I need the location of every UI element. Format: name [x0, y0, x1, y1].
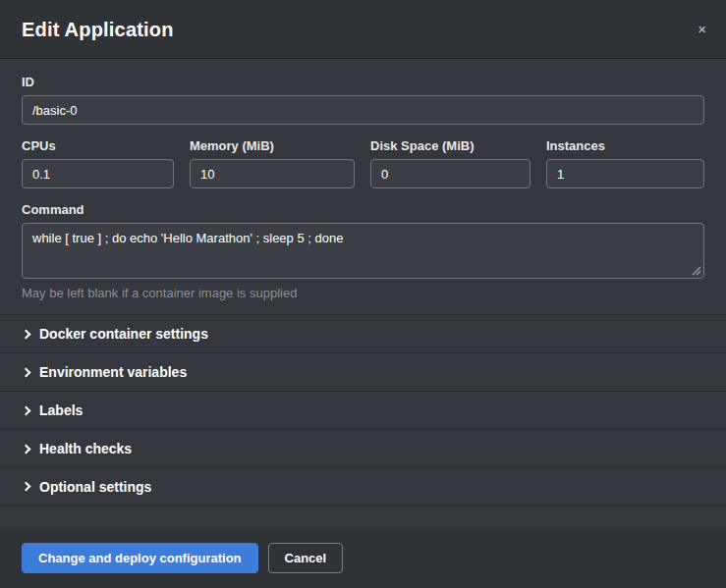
chevron-right-icon: [22, 329, 31, 339]
resources-row: CPUs Memory (MiB) Disk Space (MiB) Insta…: [22, 138, 704, 188]
id-input[interactable]: [22, 95, 704, 125]
section-label: Labels: [39, 402, 83, 418]
resize-handle-icon[interactable]: [692, 266, 701, 276]
disk-input[interactable]: [370, 159, 531, 188]
cpus-input[interactable]: [22, 159, 174, 188]
close-icon[interactable]: ×: [692, 16, 712, 42]
id-label: ID: [22, 75, 704, 89]
memory-label: Memory (MiB): [190, 138, 355, 153]
section-label: Environment variables: [39, 364, 187, 380]
memory-input[interactable]: [190, 159, 355, 188]
disk-field: Disk Space (MiB): [370, 138, 531, 188]
instances-field: Instances: [546, 138, 704, 188]
command-field: Command while [ true ] ; do echo 'Hello …: [22, 202, 704, 300]
section-label: Health checks: [39, 441, 132, 456]
modal-footer: Change and deploy configuration Cancel: [0, 528, 726, 588]
command-textarea-wrap: while [ true ] ; do echo 'Hello Marathon…: [22, 223, 704, 279]
modal-header: Edit Application ×: [0, 0, 726, 59]
chevron-right-icon: [22, 367, 31, 377]
cancel-button[interactable]: Cancel: [268, 543, 344, 573]
id-field: ID: [22, 75, 704, 125]
collapsible-sections: Docker container settings Environment va…: [0, 314, 726, 506]
disk-label: Disk Space (MiB): [370, 138, 531, 153]
command-help-text: May be left blank if a container image i…: [22, 286, 704, 300]
modal-body: ID CPUs Memory (MiB) Disk Space (MiB) In…: [0, 59, 726, 314]
cpus-field: CPUs: [22, 138, 174, 188]
edit-application-modal: Edit Application × ID CPUs Memory (MiB) …: [0, 0, 726, 588]
chevron-right-icon: [22, 482, 31, 492]
section-label: Docker container settings: [39, 326, 208, 342]
section-labels[interactable]: Labels: [0, 391, 726, 429]
section-environment-variables[interactable]: Environment variables: [0, 352, 726, 391]
chevron-right-icon: [22, 405, 31, 415]
modal-title: Edit Application: [22, 19, 704, 41]
command-textarea[interactable]: while [ true ] ; do echo 'Hello Marathon…: [22, 223, 704, 279]
instances-label: Instances: [546, 138, 704, 153]
section-label: Optional settings: [39, 479, 151, 495]
section-health-checks[interactable]: Health checks: [0, 429, 726, 467]
section-docker-container-settings[interactable]: Docker container settings: [0, 314, 726, 352]
memory-field: Memory (MiB): [190, 138, 355, 188]
instances-input[interactable]: [546, 159, 704, 188]
change-and-deploy-button[interactable]: Change and deploy configuration: [22, 543, 258, 573]
section-optional-settings[interactable]: Optional settings: [0, 467, 726, 506]
cpus-label: CPUs: [22, 138, 174, 153]
chevron-right-icon: [22, 444, 31, 454]
command-label: Command: [22, 202, 704, 217]
